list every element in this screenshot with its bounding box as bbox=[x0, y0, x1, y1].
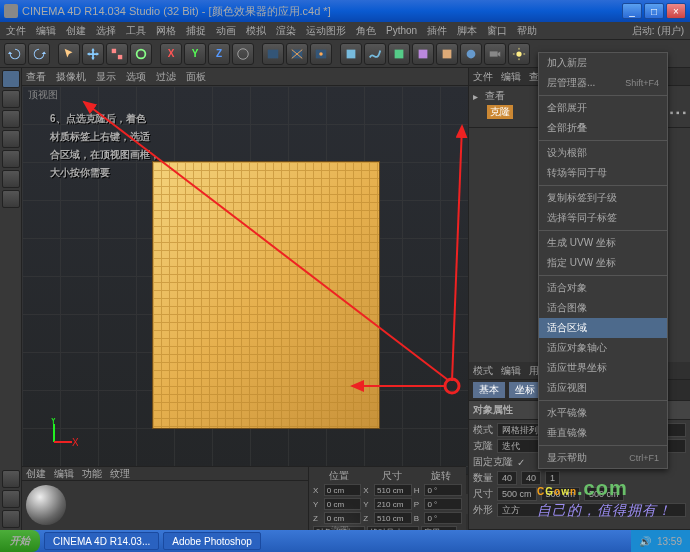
ctx-item[interactable]: 水平镜像 bbox=[539, 403, 667, 423]
coord-field[interactable]: 0 cm bbox=[324, 498, 362, 510]
ctx-item[interactable]: 显示帮助Ctrl+F1 bbox=[539, 448, 667, 468]
attr-count-x[interactable]: 40 bbox=[497, 471, 517, 485]
menu-sim[interactable]: 模拟 bbox=[246, 24, 266, 38]
coord-field[interactable]: 0 cm bbox=[324, 512, 362, 524]
menu-mograph[interactable]: 运动图形 bbox=[306, 24, 346, 38]
menu-python[interactable]: Python bbox=[386, 25, 417, 36]
minimize-button[interactable]: _ bbox=[622, 3, 642, 19]
vp-filter[interactable]: 过滤 bbox=[156, 70, 176, 84]
menu-create[interactable]: 创建 bbox=[66, 24, 86, 38]
render-view[interactable] bbox=[262, 43, 284, 65]
rotate-tool[interactable] bbox=[130, 43, 152, 65]
ctx-item[interactable]: 转场等同于母 bbox=[539, 163, 667, 183]
menu-edit[interactable]: 编辑 bbox=[36, 24, 56, 38]
ctx-item[interactable]: 加入新层 bbox=[539, 53, 667, 73]
attr-tab-mode[interactable]: 模式 bbox=[473, 364, 493, 378]
move-tool[interactable] bbox=[82, 43, 104, 65]
attr-page-coord[interactable]: 坐标 bbox=[509, 382, 541, 398]
ctx-item[interactable]: 适应视图 bbox=[539, 378, 667, 398]
select-tool[interactable] bbox=[58, 43, 80, 65]
vp-options[interactable]: 选项 bbox=[126, 70, 146, 84]
poly-mode[interactable] bbox=[2, 170, 20, 188]
ctx-item[interactable]: 选择等同子标签 bbox=[539, 208, 667, 228]
menu-help[interactable]: 帮助 bbox=[517, 24, 537, 38]
prim-spline[interactable] bbox=[364, 43, 386, 65]
cloner-object[interactable] bbox=[152, 161, 380, 429]
task-c4d[interactable]: CINEMA 4D R14.03... bbox=[44, 532, 159, 550]
ctx-item[interactable]: 层管理器...Shift+F4 bbox=[539, 73, 667, 93]
modeling-button[interactable] bbox=[412, 43, 434, 65]
coord-field[interactable]: 0 ° bbox=[424, 498, 462, 510]
menu-snap[interactable]: 捕捉 bbox=[186, 24, 206, 38]
attr-tab-edit[interactable]: 编辑 bbox=[501, 364, 521, 378]
environ-button[interactable] bbox=[460, 43, 482, 65]
ctx-item[interactable]: 适合区域 bbox=[539, 318, 667, 338]
ctx-item[interactable]: 垂直镜像 bbox=[539, 423, 667, 443]
coord-field[interactable]: 0 ° bbox=[424, 484, 462, 496]
deformer-button[interactable] bbox=[436, 43, 458, 65]
close-button[interactable]: × bbox=[666, 3, 686, 19]
coord-field[interactable]: 0 cm bbox=[324, 484, 362, 496]
ctx-item[interactable]: 指定 UVW 坐标 bbox=[539, 253, 667, 273]
ctx-item[interactable]: 全部展开 bbox=[539, 98, 667, 118]
point-mode[interactable] bbox=[2, 130, 20, 148]
menu-tools[interactable]: 工具 bbox=[126, 24, 146, 38]
om-item[interactable]: 查看 bbox=[485, 89, 505, 103]
menu-plugin[interactable]: 插件 bbox=[427, 24, 447, 38]
menu-script[interactable]: 脚本 bbox=[457, 24, 477, 38]
axis-mode[interactable] bbox=[2, 110, 20, 128]
y-lock[interactable]: Y bbox=[184, 43, 206, 65]
ctx-item[interactable]: 复制标签到子级 bbox=[539, 188, 667, 208]
menu-mesh[interactable]: 网格 bbox=[156, 24, 176, 38]
box-button[interactable] bbox=[2, 510, 20, 528]
object-mode[interactable] bbox=[2, 90, 20, 108]
ctx-item[interactable]: 适应对象轴心 bbox=[539, 338, 667, 358]
ctx-item[interactable]: 设为根部 bbox=[539, 143, 667, 163]
menu-anim[interactable]: 动画 bbox=[216, 24, 236, 38]
om-item-cloner[interactable]: 克隆 bbox=[487, 105, 513, 119]
ctx-item[interactable]: 适应世界坐标 bbox=[539, 358, 667, 378]
vp-camera[interactable]: 摄像机 bbox=[56, 70, 86, 84]
task-photoshop[interactable]: Adobe Photoshop bbox=[163, 532, 261, 550]
menu-render[interactable]: 渲染 bbox=[276, 24, 296, 38]
undo-button[interactable] bbox=[4, 43, 26, 65]
workplane-button[interactable] bbox=[2, 490, 20, 508]
attr-page-basic[interactable]: 基本 bbox=[473, 382, 505, 398]
x-lock[interactable]: X bbox=[160, 43, 182, 65]
attr-size-x[interactable]: 500 cm bbox=[497, 487, 537, 501]
mat-tab-create[interactable]: 创建 bbox=[26, 467, 46, 481]
viewport-canvas[interactable]: 顶视图 YX 6、点选克隆后，着色 材质标签上右键，选适 合区域，在顶视图画框，… bbox=[22, 86, 468, 474]
model-mode[interactable] bbox=[2, 70, 20, 88]
vp-panel[interactable]: 面板 bbox=[186, 70, 206, 84]
render-clip[interactable] bbox=[286, 43, 308, 65]
om-tab-file[interactable]: 文件 bbox=[473, 70, 493, 84]
material-preview[interactable] bbox=[26, 485, 66, 525]
system-tray[interactable]: 🔊 13:59 bbox=[631, 530, 690, 552]
coord-field[interactable]: 210 cm bbox=[374, 498, 412, 510]
ctx-item[interactable]: 生成 UVW 坐标 bbox=[539, 233, 667, 253]
z-lock[interactable]: Z bbox=[208, 43, 230, 65]
light-button[interactable] bbox=[508, 43, 530, 65]
coord-system[interactable] bbox=[232, 43, 254, 65]
coord-field[interactable]: 510 cm bbox=[374, 512, 412, 524]
coord-field[interactable]: 510 cm bbox=[374, 484, 412, 496]
snap-toggle[interactable] bbox=[2, 470, 20, 488]
ctx-item[interactable]: 适合图像 bbox=[539, 298, 667, 318]
menu-window[interactable]: 窗口 bbox=[487, 24, 507, 38]
mat-tab-tex[interactable]: 纹理 bbox=[110, 467, 130, 481]
redo-button[interactable] bbox=[28, 43, 50, 65]
menu-select[interactable]: 选择 bbox=[96, 24, 116, 38]
vp-display[interactable]: 显示 bbox=[96, 70, 116, 84]
edge-mode[interactable] bbox=[2, 150, 20, 168]
mat-tab-edit[interactable]: 编辑 bbox=[54, 467, 74, 481]
ctx-item[interactable]: 适合对象 bbox=[539, 278, 667, 298]
render-settings[interactable] bbox=[310, 43, 332, 65]
maximize-button[interactable]: □ bbox=[644, 3, 664, 19]
prim-cube[interactable] bbox=[340, 43, 362, 65]
menu-file[interactable]: 文件 bbox=[6, 24, 26, 38]
scale-tool[interactable] bbox=[106, 43, 128, 65]
menu-char[interactable]: 角色 bbox=[356, 24, 376, 38]
vp-view[interactable]: 查看 bbox=[26, 70, 46, 84]
mat-tab-func[interactable]: 功能 bbox=[82, 467, 102, 481]
attr-fix-check[interactable]: ✓ bbox=[517, 457, 525, 468]
